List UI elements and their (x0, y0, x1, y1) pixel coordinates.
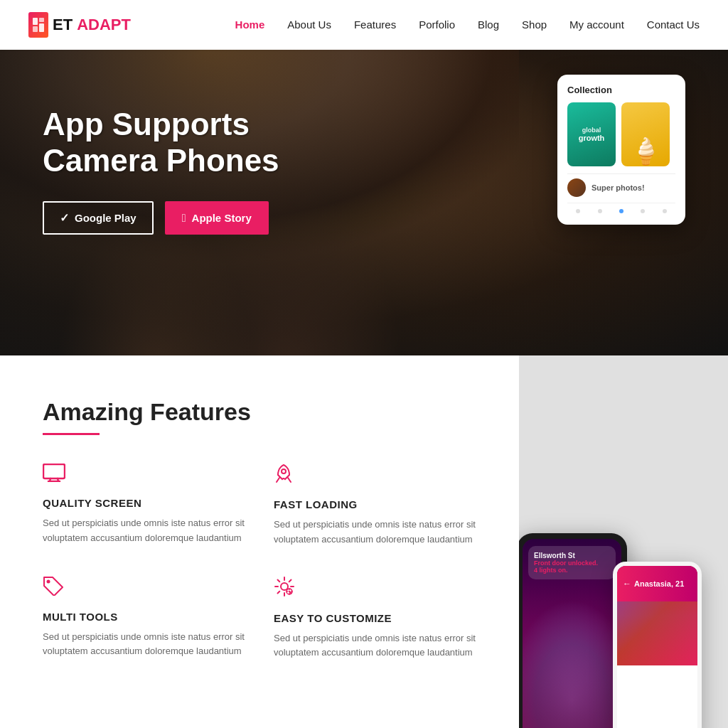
phone-mockup-left: Ellsworth St Front door unlocked.4 light… (519, 533, 627, 728)
apple-story-button[interactable]:  Apple Story (165, 201, 269, 235)
feature-easy-customize-desc: Sed ut perspiciatis unde omnis iste natu… (274, 631, 476, 661)
nav-links: Home About Us Features Porfolio Blog Sho… (235, 18, 700, 31)
nav-item-about[interactable]: About Us (287, 18, 331, 31)
logo-icon (28, 12, 48, 38)
nav-link-about[interactable]: About Us (287, 18, 331, 31)
phone-card-image-teal: global growth (567, 102, 616, 166)
notification-subtitle: Front door unlocked.4 lights on. (534, 560, 610, 574)
feature-quality-screen-title: QUALITY SCREEN (43, 497, 245, 509)
nav-item-portfolio[interactable]: Porfolio (419, 18, 455, 31)
feature-multi-tools-title: MULTI TOOLS (43, 611, 245, 623)
right-panel-phones: Ellsworth St Front door unlocked.4 light… (519, 355, 728, 728)
nav-dot-3-active (619, 209, 623, 213)
svg-point-9 (47, 579, 50, 583)
svg-rect-0 (33, 18, 38, 25)
nav-item-shop[interactable]: Shop (522, 18, 547, 31)
section-title-underline (43, 433, 100, 435)
phone-bottom-nav (567, 203, 675, 215)
phone-card-images: global growth 🍦 (567, 102, 675, 166)
tag-icon (43, 576, 245, 601)
phone-card-title: Collection (567, 85, 675, 95)
nav-link-features[interactable]: Features (354, 18, 396, 31)
svg-rect-1 (39, 18, 44, 22)
svg-point-8 (282, 469, 286, 473)
cancel-bar[interactable]: ⊘ Cancel (617, 724, 697, 728)
hero-phone-mockup: Collection global growth 🍦 Super photos! (557, 75, 685, 225)
nav-link-contact[interactable]: Contact Us (647, 18, 700, 31)
feature-fast-loading-title: FAST LOADING (274, 498, 476, 510)
profile-header: ← Anastasia, 21 (617, 566, 697, 601)
phone-card-image-yellow: 🍦 (621, 102, 670, 166)
features-section: Amazing Features QUALITY SCREEN Sed ut p… (0, 355, 728, 728)
user-avatar (567, 178, 586, 197)
feature-quality-screen-desc: Sed ut perspiciatis unde omnis iste natu… (43, 516, 245, 546)
feature-fast-loading-desc: Sed ut perspiciatis unde omnis iste natu… (274, 518, 476, 547)
nav-link-blog[interactable]: Blog (478, 18, 499, 31)
nav-link-account[interactable]: My account (569, 18, 624, 31)
svg-rect-3 (39, 23, 44, 32)
nav-item-account[interactable]: My account (569, 18, 624, 31)
nav-link-portfolio[interactable]: Porfolio (419, 18, 455, 31)
phone-card: Collection global growth 🍦 Super photos! (557, 75, 685, 225)
nav-item-features[interactable]: Features (354, 18, 396, 31)
nav-item-blog[interactable]: Blog (478, 18, 499, 31)
hero-section: App Supports Camera Phones ✓ Google Play… (0, 50, 728, 355)
nav-dot-1 (576, 209, 580, 213)
nav-link-shop[interactable]: Shop (522, 18, 547, 31)
feature-multi-tools: MULTI TOOLS Sed ut perspiciatis unde omn… (43, 576, 245, 661)
gear-icon (274, 576, 476, 602)
profile-name: Anastasia, 21 (634, 579, 684, 588)
nav-dot-5 (663, 209, 667, 213)
hero-title: App Supports Camera Phones (43, 107, 279, 178)
phone-screen-right: ← Anastasia, 21 ⊘ Cancel (617, 566, 697, 728)
feature-easy-customize-title: EASY TO CUSTOMIZE (274, 612, 476, 624)
features-right-panel: Ellsworth St Front door unlocked.4 light… (519, 355, 728, 728)
svg-rect-2 (33, 26, 38, 32)
svg-point-10 (281, 583, 288, 590)
phone-screen-left: Ellsworth St Front door unlocked.4 light… (523, 539, 621, 728)
nav-item-contact[interactable]: Contact Us (647, 18, 700, 31)
back-arrow-icon: ← (623, 579, 631, 589)
logo[interactable]: ET ADAPT (28, 12, 131, 38)
icecream-icon: 🍦 (630, 136, 662, 166)
logo-et-text: ET (53, 16, 73, 34)
google-play-button[interactable]: ✓ Google Play (43, 201, 154, 235)
phone-notification: Ellsworth St Front door unlocked.4 light… (528, 546, 616, 579)
feature-fast-loading: FAST LOADING Sed ut perspiciatis unde om… (274, 464, 476, 547)
features-grid: QUALITY SCREEN Sed ut perspiciatis unde … (43, 464, 476, 660)
phone-face-overlay (523, 584, 621, 728)
rocket-icon (274, 464, 476, 488)
notif-highlight: Front door (534, 560, 567, 567)
features-section-title: Amazing Features (43, 398, 476, 426)
hero-content: App Supports Camera Phones ✓ Google Play… (43, 107, 279, 235)
notification-title: Ellsworth St (534, 552, 610, 560)
monitor-icon (43, 464, 245, 487)
nav-dot-2 (598, 209, 602, 213)
nav-link-home[interactable]: Home (235, 18, 265, 31)
feature-multi-tools-desc: Sed ut perspiciatis unde omnis iste natu… (43, 630, 245, 660)
nav-item-home[interactable]: Home (235, 18, 265, 31)
phone-card-user: Super photos! (567, 173, 675, 197)
navbar: ET ADAPT Home About Us Features Porfolio… (0, 0, 728, 50)
nav-dot-4 (641, 209, 645, 213)
svg-rect-4 (43, 464, 65, 478)
phone-mockup-right: ← Anastasia, 21 ⊘ Cancel (613, 562, 702, 728)
feature-easy-customize: EASY TO CUSTOMIZE Sed ut perspiciatis un… (274, 576, 476, 661)
features-left-panel: Amazing Features QUALITY SCREEN Sed ut p… (0, 355, 519, 728)
android-icon: ✓ (60, 211, 69, 225)
apple-icon:  (182, 212, 186, 225)
hero-buttons: ✓ Google Play  Apple Story (43, 201, 279, 235)
feature-quality-screen: QUALITY SCREEN Sed ut perspiciatis unde … (43, 464, 245, 547)
user-comment-text: Super photos! (592, 183, 645, 192)
logo-adapt-text: ADAPT (77, 16, 131, 34)
